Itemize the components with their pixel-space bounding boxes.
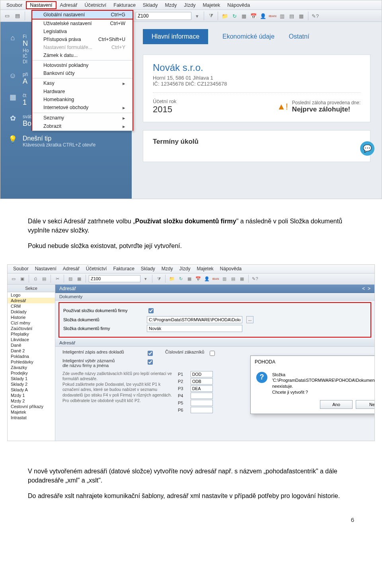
section-item[interactable]: Historie [8,315,55,320]
section-item[interactable]: Majetek [8,409,55,415]
menuitem-globalni-nastaveni[interactable]: Globální nastavení Ctrl+G [32,11,133,19]
section-item[interactable]: Pokladna [8,354,55,359]
menuitem-homebanking[interactable]: Homebanking [32,96,133,104]
menu-nastaveni[interactable]: Nastavení [26,1,56,9]
open-icon[interactable]: ▤ [13,12,22,20]
pkey-input[interactable] [191,393,213,399]
no-button[interactable]: Ne [356,400,375,409]
folder-icon[interactable]: 📁 [221,12,229,20]
grid3-icon[interactable]: ▦ [297,12,305,20]
grid2-icon[interactable]: ▤ [288,12,296,20]
menuitem-hardware[interactable]: Hardware [32,88,133,96]
grid1-icon[interactable]: ▥ [278,12,286,20]
g2-icon[interactable]: ▤ [230,275,237,282]
menu-adresar[interactable]: Adresář [57,2,81,9]
cislovani-checkbox[interactable] [210,351,215,356]
user-icon[interactable]: 👤 [259,12,267,20]
menuitem-ucty[interactable]: Bankovní účty [32,69,133,77]
menu-sklady[interactable]: Sklady [139,2,162,9]
section-item[interactable]: Sklady A [8,387,55,393]
menu-napoveda[interactable]: Nápověda [224,2,253,9]
menu-nastaveni[interactable]: Nastavení [32,265,60,272]
calendar-icon[interactable]: 📅 [249,12,257,20]
menuitem-seznamy[interactable]: Seznamy [32,114,133,122]
section-item[interactable]: Mzdy 1 [8,393,55,398]
browse-button[interactable]: ... [246,316,253,323]
intel-zapis-checkbox[interactable] [148,351,153,356]
menu-fakturace[interactable]: Fakturace [110,2,139,9]
iban-icon[interactable]: IBAN [269,12,277,20]
menuitem-kasy[interactable]: Kasy [32,79,133,88]
pkey-input[interactable] [191,371,213,377]
section-item[interactable]: Prodejky [8,370,55,376]
tab-ostatni[interactable]: Ostatní [289,33,310,40]
menu-ucetnictvi[interactable]: Účetnictví [83,265,110,272]
folder-icon[interactable]: 📁 [168,275,175,282]
iban-icon[interactable]: IBAN [212,275,219,282]
funnel-icon[interactable]: ⧩ [155,275,162,282]
refresh-icon[interactable]: ↻ [177,275,184,282]
print-icon[interactable]: ⎙ [32,275,39,282]
menuitem-zobrazit[interactable]: Zobrazit [32,122,133,131]
g1-icon[interactable]: ▥ [221,275,228,282]
new-icon[interactable]: ▭ [10,275,17,282]
section-item[interactable]: Závazky [8,365,55,370]
menu-majetek[interactable]: Majetek [194,265,217,272]
menu-jizdy[interactable]: Jízdy [180,2,199,9]
menu-mzdy[interactable]: Mzdy [158,265,176,272]
grid-icon[interactable]: ▦ [76,275,83,282]
refresh-icon[interactable]: ↻ [230,12,238,20]
menuitem-zamek[interactable]: Zámek k datu... [32,51,133,59]
section-item[interactable]: Sklady 2 [8,381,55,387]
section-item[interactable]: Intrastat [8,415,55,420]
section-item[interactable]: Daně [8,342,55,348]
section-item[interactable]: Sklady 1 [8,376,55,381]
menuitem-obchody[interactable]: Internetové obchody [32,104,133,112]
yes-button[interactable]: Ano [320,400,353,409]
menu-ucetnictvi[interactable]: Účetnictví [81,2,110,9]
section-item[interactable]: Adresář [8,298,55,303]
menu-mzdy[interactable]: Mzdy [161,2,180,9]
menuitem-uzivatelske[interactable]: Uživatelské nastavení Ctrl+W [32,20,133,27]
section-item[interactable]: Přeplatky [8,331,55,337]
calc-icon[interactable]: ▦ [240,12,248,20]
section-item[interactable]: Doklady [8,309,55,315]
section-item[interactable]: Logo [8,292,55,298]
g3-icon[interactable]: ▦ [238,275,246,282]
search-input[interactable] [136,12,191,20]
preview-icon[interactable]: ▤ [41,275,48,282]
pkey-input[interactable] [191,385,213,392]
menuitem-pokladny[interactable]: Hotovostní pokladny [32,61,133,69]
menu-fakturace[interactable]: Fakturace [110,265,137,272]
section-item[interactable]: Daně 2 [8,348,55,354]
menu-sklady[interactable]: Sklady [138,265,158,272]
pkey-input[interactable] [191,407,213,413]
doc-folder-input[interactable] [147,316,242,323]
section-item[interactable]: Likvidace [8,337,55,342]
dd-icon[interactable]: ▾ [142,275,149,282]
section-item[interactable]: CRM [8,303,55,309]
pkey-input[interactable] [191,400,213,406]
tab-ekonomicke[interactable]: Ekonomické údaje [222,33,275,40]
tab-hlavni[interactable]: Hlavní informace [143,29,208,44]
chat-bubble-icon[interactable]: 💬 [360,141,374,156]
pkey-input[interactable] [191,378,213,385]
dropdown-icon[interactable]: ▾ [193,12,201,20]
search-input[interactable] [89,275,140,282]
pathbar-nav[interactable]: < > [362,286,370,291]
use-firm-folder-checkbox[interactable] [148,308,154,313]
calendar-icon[interactable]: 📅 [195,275,202,282]
cut-icon[interactable]: ✂ [54,275,61,282]
section-item[interactable]: Pohledávky [8,359,55,365]
menu-adresar[interactable]: Adresář [60,265,83,272]
menu-jizdy[interactable]: Jízdy [176,265,194,272]
firm-folder-input[interactable] [147,325,242,332]
user-icon[interactable]: 👤 [203,275,210,282]
new-icon[interactable]: ▭ [3,12,12,20]
menu-majetek[interactable]: Majetek [199,2,224,9]
section-item[interactable]: Mzdy 2 [8,398,55,404]
help-icon[interactable]: ✎? [251,275,259,282]
section-item[interactable]: Zaúčtování [8,326,55,331]
menu-soubor[interactable]: Soubor [10,265,32,272]
section-item[interactable]: Cestovní příkazy [8,404,55,409]
